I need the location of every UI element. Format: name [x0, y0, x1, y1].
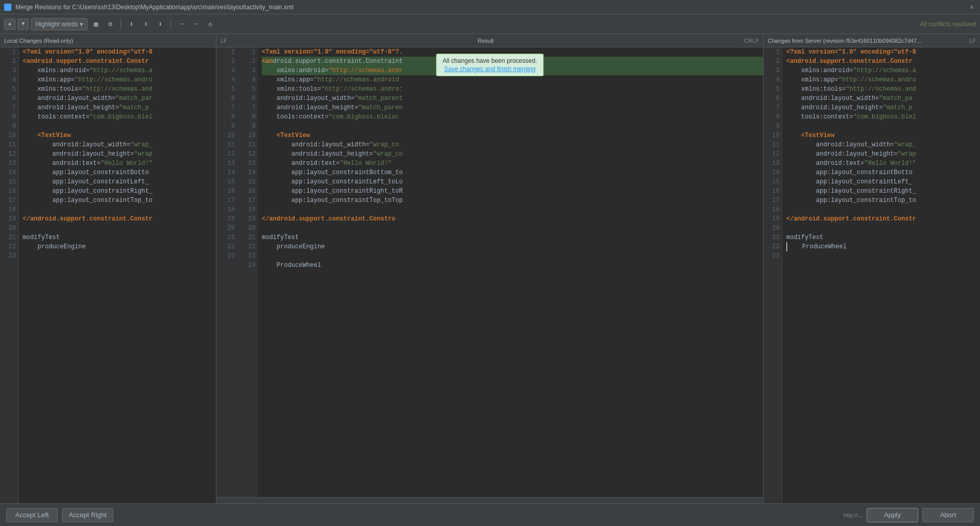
center-eol-label: CRLF: [744, 38, 759, 44]
separator-1: [121, 19, 121, 29]
left-panel-header: Local Changes (Read-only): [0, 34, 216, 47]
highlight-label: Highlight words: [36, 21, 78, 28]
right-panel: Changes from Server (revision f53e416011…: [764, 34, 980, 503]
bottom-bar: Accept Left Accept Right http://... Appl…: [0, 503, 980, 526]
tooltip-link[interactable]: Save changes and finish merging: [443, 65, 537, 73]
accept-left-button[interactable]: Accept Left: [6, 508, 58, 522]
accept-left-button[interactable]: ⬇: [125, 18, 138, 30]
close-button[interactable]: ✕: [968, 3, 976, 11]
navigate-left-button[interactable]: →: [175, 18, 188, 30]
left-eol-label: LF: [221, 38, 227, 44]
main-content: Local Changes (Read-only) 12345 678910 1…: [0, 34, 980, 503]
right-eol-label: LF: [969, 38, 976, 44]
left-code-content: <?xml version="1.0" encoding="utf-8 <and…: [19, 47, 216, 503]
dropdown-arrow-icon: ▾: [80, 21, 83, 28]
right-code-area[interactable]: 12345 678910 1112131415 1617181920 21222…: [764, 47, 980, 503]
left-line-numbers: 12345 678910 1112131415 1617181920 21222…: [0, 47, 19, 503]
center-panel-header: LF Result CRLF: [216, 34, 763, 47]
accept-right-button[interactable]: ⬇: [140, 18, 152, 30]
center-left-numbers: 12345 678910 1112131415 1617181920 21222…: [216, 47, 258, 503]
right-code-content: <?xml version="1.0" encoding="utf-8 <and…: [782, 47, 980, 503]
center-panel: LF Result CRLF All changes have been pro…: [216, 34, 764, 503]
toolbar: ▲ ▼ Highlight words ▾ ▦ ⚙ ⬇ ⬇ ⬇ → → ◇ Al…: [0, 14, 980, 34]
status-url: http://...: [843, 512, 863, 518]
magic-resolve-button[interactable]: ◇: [204, 18, 216, 30]
separator-2: [171, 19, 171, 29]
next-conflict-button[interactable]: ▼: [18, 19, 29, 30]
center-code-content: <?xml version="1.0" encoding="utf-8"?. <…: [258, 47, 763, 503]
navigate-right-button[interactable]: →: [190, 18, 202, 30]
right-panel-header: Changes from Server (revision f53e416011…: [764, 34, 980, 47]
right-panel-label: Changes from Server (revision f53e416011…: [768, 38, 965, 44]
left-panel-label: Local Changes (Read-only): [4, 38, 212, 44]
left-panel: Local Changes (Read-only) 12345 678910 1…: [0, 34, 216, 503]
center-scrollbar[interactable]: [216, 497, 763, 503]
center-panel-label: Result: [231, 38, 740, 44]
prev-conflict-button[interactable]: ▲: [4, 19, 15, 30]
app-icon: [4, 4, 11, 11]
left-code-area[interactable]: 12345 678910 1112131415 1617181920 21222…: [0, 47, 216, 503]
settings-button[interactable]: ⚙: [104, 18, 116, 30]
right-line-numbers: 12345 678910 1112131415 1617181920 21222…: [764, 47, 782, 503]
view-toggle-button[interactable]: ▦: [90, 18, 102, 30]
apply-button[interactable]: Apply: [867, 508, 918, 522]
accept-right-button[interactable]: Accept Right: [62, 508, 113, 522]
center-code-area[interactable]: 12345 678910 1112131415 1617181920 21222…: [216, 47, 763, 503]
title-bar: Merge Revisions for C:\Users\sxh13\Deskt…: [0, 0, 980, 14]
highlight-words-button[interactable]: Highlight words ▾: [31, 18, 88, 30]
conflicts-status: All conflicts resolved: [920, 21, 976, 28]
title-bar-text: Merge Revisions for C:\Users\sxh13\Deskt…: [15, 4, 964, 11]
abort-button[interactable]: Abort: [922, 508, 974, 522]
tooltip-overlay: All changes have been processed. Save ch…: [436, 54, 544, 76]
resolve-button[interactable]: ⬇: [154, 18, 166, 30]
tooltip-line1: All changes have been processed.: [443, 57, 537, 64]
